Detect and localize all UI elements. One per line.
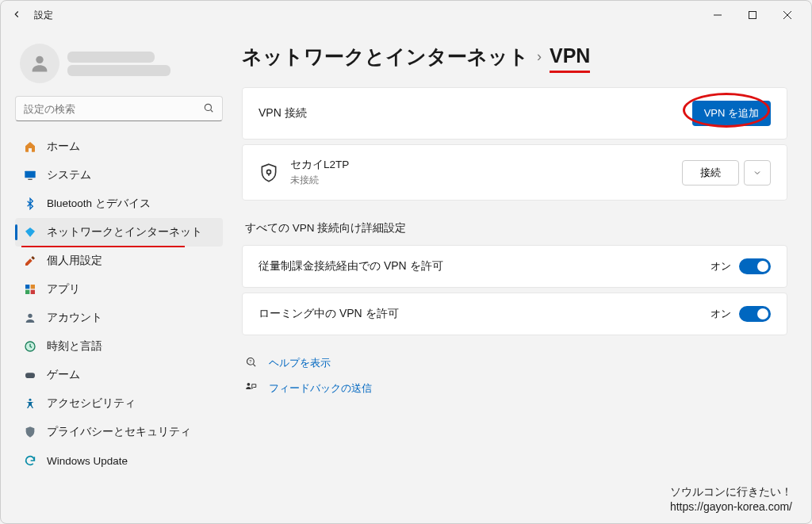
advanced-section-title: すべての VPN 接続向け詳細設定	[245, 221, 787, 235]
sidebar-item-label: プライバシーとセキュリティ	[47, 425, 191, 439]
setting-metered-vpn: 従量制課金接続経由での VPN を許可 オン	[242, 245, 787, 288]
main-content: ネットワークとインターネット › VPN VPN 接続 VPN を追加 セカイL…	[231, 29, 811, 523]
help-link[interactable]: ? ヘルプを表示	[245, 356, 787, 370]
help-icon: ?	[245, 356, 258, 370]
shield-icon	[259, 163, 279, 183]
setting-label: ローミング中の VPN を許可	[259, 307, 399, 321]
accounts-icon	[23, 311, 37, 325]
bluetooth-icon	[23, 197, 37, 211]
personalization-icon	[23, 254, 37, 268]
svg-point-21	[247, 383, 251, 386]
sidebar-item-personalization[interactable]: 個人用設定	[15, 247, 223, 275]
svg-rect-11	[25, 290, 29, 294]
sidebar-item-accessibility[interactable]: アクセシビリティ	[15, 389, 223, 418]
system-icon	[23, 168, 37, 182]
svg-rect-1	[749, 12, 756, 19]
sidebar-item-windows-update[interactable]: Windows Update	[15, 446, 223, 475]
apps-icon	[23, 282, 37, 296]
vpn-connection-row[interactable]: セカイL2TP 未接続 接続	[242, 144, 787, 201]
svg-text:?: ?	[249, 359, 251, 364]
svg-rect-12	[31, 290, 35, 294]
sidebar-item-label: アクセシビリティ	[47, 396, 136, 411]
breadcrumb: ネットワークとインターネット › VPN	[242, 44, 787, 70]
search-box[interactable]	[15, 96, 223, 121]
svg-point-13	[28, 314, 32, 318]
chevron-right-icon: ›	[537, 48, 542, 65]
windows-update-icon	[23, 453, 37, 468]
sidebar-item-label: アプリ	[47, 282, 80, 296]
setting-label: 従量制課金接続経由での VPN を許可	[259, 259, 443, 273]
sidebar-item-label: 個人用設定	[47, 254, 102, 268]
vpn-connection-name: セカイL2TP	[290, 158, 349, 172]
sidebar-item-label: Bluetooth とデバイス	[47, 197, 151, 211]
avatar	[20, 44, 59, 83]
sidebar-item-time-language[interactable]: 時刻と言語	[15, 332, 223, 361]
user-name-redacted	[67, 52, 155, 63]
link-label: ヘルプを表示	[269, 356, 331, 370]
close-button[interactable]	[770, 3, 805, 27]
home-icon	[23, 140, 37, 154]
breadcrumb-parent[interactable]: ネットワークとインターネット	[242, 44, 529, 70]
vpn-connections-header: VPN 接続 VPN を追加	[242, 87, 787, 140]
sidebar: ホーム システム Bluetooth とデバイス ネットワークとインターネット …	[1, 29, 231, 523]
search-input[interactable]	[24, 103, 203, 115]
minimize-button[interactable]	[700, 3, 735, 27]
toggle-switch[interactable]	[739, 306, 771, 322]
svg-point-4	[36, 56, 43, 63]
user-account-row[interactable]	[15, 37, 223, 96]
svg-point-17	[267, 170, 271, 174]
connect-button[interactable]: 接続	[682, 160, 739, 186]
sidebar-item-privacy[interactable]: プライバシーとセキュリティ	[15, 418, 223, 446]
network-icon	[23, 225, 37, 239]
accessibility-icon	[23, 396, 37, 411]
sidebar-item-label: 時刻と言語	[47, 339, 102, 354]
svg-point-16	[29, 399, 31, 401]
toggle-state-text: オン	[710, 307, 731, 321]
sidebar-item-accounts[interactable]: アカウント	[15, 304, 223, 332]
sidebar-item-system[interactable]: システム	[15, 161, 223, 189]
feedback-icon	[245, 381, 258, 396]
svg-rect-7	[25, 171, 35, 178]
sidebar-item-label: ネットワークとインターネット	[47, 225, 202, 239]
sidebar-item-home[interactable]: ホーム	[15, 132, 223, 161]
sidebar-item-apps[interactable]: アプリ	[15, 275, 223, 304]
sidebar-item-network[interactable]: ネットワークとインターネット	[15, 218, 223, 247]
vpn-header-label: VPN 接続	[259, 106, 307, 120]
breadcrumb-current: VPN	[550, 44, 590, 70]
titlebar: 設定	[1, 1, 811, 29]
user-email-redacted	[67, 65, 170, 76]
expand-button[interactable]	[744, 160, 771, 186]
toggle-switch[interactable]	[739, 258, 771, 274]
svg-rect-15	[25, 373, 35, 378]
vpn-connection-status: 未接続	[290, 174, 349, 187]
svg-line-6	[211, 109, 213, 112]
svg-rect-8	[28, 179, 32, 180]
feedback-link[interactable]: フィードバックの送信	[245, 381, 787, 396]
toggle-state-text: オン	[710, 259, 731, 273]
svg-rect-10	[31, 285, 35, 289]
svg-rect-9	[25, 285, 29, 289]
svg-point-5	[205, 104, 211, 110]
sidebar-item-label: ホーム	[47, 140, 80, 154]
sidebar-item-label: システム	[47, 168, 91, 182]
sidebar-item-bluetooth[interactable]: Bluetooth とデバイス	[15, 189, 223, 218]
add-vpn-button[interactable]: VPN を追加	[692, 101, 771, 126]
sidebar-item-label: ゲーム	[47, 368, 80, 382]
sidebar-item-label: アカウント	[47, 311, 102, 325]
setting-roaming-vpn: ローミング中の VPN を許可 オン	[242, 293, 787, 335]
maximize-button[interactable]	[735, 3, 770, 27]
svg-line-19	[253, 364, 255, 366]
privacy-icon	[23, 425, 37, 439]
sidebar-item-label: Windows Update	[47, 455, 128, 467]
watermark: ソウルコンに行きたい！ https://gayon-korea.com/	[670, 484, 792, 515]
back-button[interactable]	[7, 9, 26, 22]
time-language-icon	[23, 339, 37, 354]
window-title: 設定	[34, 9, 53, 22]
sidebar-item-gaming[interactable]: ゲーム	[15, 361, 223, 389]
link-label: フィードバックの送信	[269, 381, 372, 396]
search-icon	[203, 102, 214, 116]
gaming-icon	[23, 368, 37, 382]
